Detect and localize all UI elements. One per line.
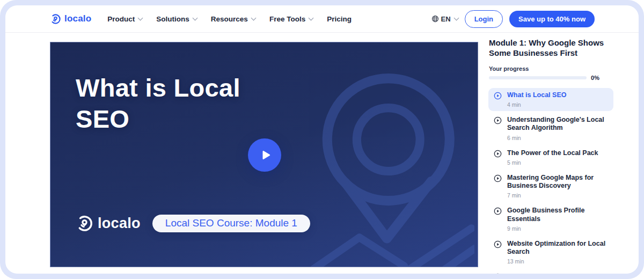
chevron-down-icon [138,16,143,21]
main-nav: Product Solutions Resources Free Tools P… [107,15,352,23]
lesson-duration: 7 min [507,192,608,199]
play-circle-icon [494,240,502,248]
nav-label: Free Tools [269,15,305,23]
play-circle-icon [494,150,502,158]
brand-name: localo [64,13,91,24]
lesson-item-google-maps[interactable]: Mastering Google Maps for Business Disco… [488,171,613,202]
lesson-title: Understanding Google's Local Search Algo… [507,116,608,133]
nav-item-free-tools[interactable]: Free Tools [269,15,313,23]
lesson-title: The Impact of Reviews in Local SEO [507,273,608,274]
lesson-item-business-profile[interactable]: Google Business Profile Essentials 9 min [488,203,613,235]
lesson-duration: 6 min [507,135,608,141]
play-circle-icon [494,207,502,215]
main-content: What is Local SEO [5,33,639,274]
page: localo Product Solutions Resources Free … [5,5,639,274]
lesson-title: What is Local SEO [507,91,566,99]
lesson-duration: 4 min [507,101,566,108]
chevron-down-icon [453,16,459,21]
globe-icon [431,15,439,23]
course-module-badge: Local SEO Course: Module 1 [152,215,310,232]
progress-row: 0% [489,75,599,81]
video-footer: localo Local SEO Course: Module 1 [76,215,310,232]
lesson-list: What is Local SEO 4 min Understanding Go… [489,88,613,274]
lesson-item-local-pack[interactable]: The Power of the Local Pack 5 min [488,146,613,169]
window-frame: localo Product Solutions Resources Free … [0,0,644,279]
module-title: Module 1: Why Google Shows Some Business… [489,38,613,58]
video-player[interactable]: What is Local SEO [50,42,478,267]
progress-label: Your progress [489,65,613,72]
login-button[interactable]: Login [465,10,503,28]
nav-item-solutions[interactable]: Solutions [156,15,197,23]
nav-label: Pricing [327,15,352,23]
brand-logo[interactable]: localo [50,13,91,25]
nav-item-resources[interactable]: Resources [211,15,255,23]
play-circle-icon [494,273,502,274]
lesson-title: The Power of the Local Pack [507,149,598,157]
lesson-title: Google Business Profile Essentials [507,207,608,223]
chevron-down-icon [251,16,256,21]
play-circle-icon [494,174,502,182]
localo-pin-icon [76,215,93,232]
promo-cta-button[interactable]: Save up to 40% now [509,11,595,27]
localo-pin-icon [50,13,61,25]
nav-label: Product [107,15,135,23]
chevron-down-icon [309,16,314,21]
play-circle-icon [494,92,502,100]
video-title: What is Local SEO [76,72,274,135]
lesson-duration: 13 min [507,258,608,265]
header: localo Product Solutions Resources Free … [5,5,639,33]
progress-value: 0% [591,75,599,81]
lesson-title: Website Optimization for Local Search [507,240,608,256]
nav-label: Solutions [156,15,189,23]
chevron-down-icon [192,16,197,21]
map-pin-watermark-icon [297,69,474,267]
header-actions: EN Login Save up to 40% now [431,10,595,28]
lesson-item-website-optimization[interactable]: Website Optimization for Local Search 13… [488,237,613,268]
lesson-item-reviews-impact[interactable]: The Impact of Reviews in Local SEO 5 min [488,269,613,274]
progress-bar [489,76,587,79]
video-brand-logo: localo [76,215,141,232]
play-button[interactable] [248,138,281,172]
nav-item-product[interactable]: Product [107,15,142,23]
play-circle-icon [494,116,502,124]
lesson-duration: 9 min [507,225,608,232]
play-icon [259,148,273,162]
course-sidebar: Module 1: Why Google Shows Some Business… [489,38,613,274]
language-code: EN [441,15,451,23]
lesson-item-understanding-algorithm[interactable]: Understanding Google's Local Search Algo… [488,113,613,144]
lesson-item-what-is-local-seo[interactable]: What is Local SEO 4 min [488,88,613,111]
lesson-duration: 5 min [507,159,598,166]
nav-label: Resources [211,15,248,23]
nav-item-pricing[interactable]: Pricing [327,15,352,23]
language-selector[interactable]: EN [431,15,458,23]
lesson-title: Mastering Google Maps for Business Disco… [507,174,608,190]
video-brand-name: localo [98,215,141,232]
